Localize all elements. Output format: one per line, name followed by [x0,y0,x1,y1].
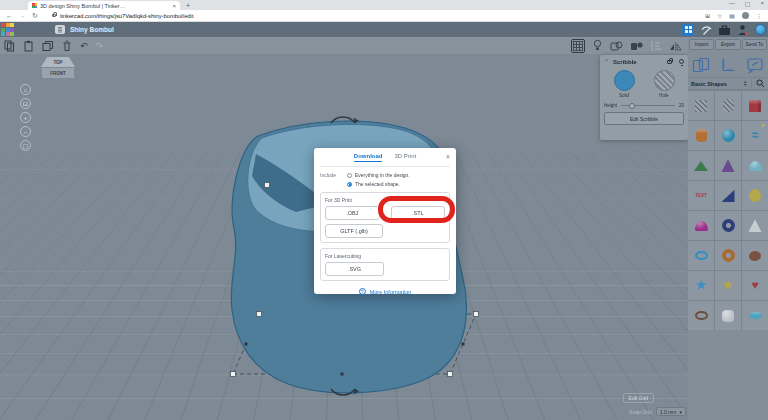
shape-lens[interactable] [742,301,768,330]
radio-icon[interactable] [347,182,352,187]
edit-grid-button[interactable]: Edit Grid [623,393,654,403]
include-option-1[interactable]: The selected shape. [347,181,410,187]
include-option-0[interactable]: Everything in the design. [347,172,410,178]
shape-hole-box[interactable] [688,91,714,120]
shape-box[interactable] [742,91,768,120]
shape-rock[interactable] [742,241,768,270]
shape-half-sphere[interactable] [742,151,768,180]
browser-tab[interactable]: 3D design Shiny Bombul | Tinker… × [28,1,180,10]
shape-roof[interactable] [688,151,714,180]
paste-icon[interactable] [23,40,34,52]
category-updown-icon[interactable]: ▲▼ [744,81,747,87]
align-icon[interactable] [650,40,662,52]
edit-scribble-button[interactable]: Edit Scribble [604,112,684,125]
height-value: 20 [679,103,684,108]
window-close-icon[interactable]: × [760,0,764,7]
dialog-close-icon[interactable]: × [446,153,450,160]
shape-text[interactable]: TEXT [688,181,714,210]
shape-paraboloid[interactable] [688,211,714,240]
group-icon[interactable] [610,40,623,52]
bookmark-icon[interactable]: ☆ [717,12,722,19]
fit-view-button[interactable]: ⊡ [20,98,31,109]
shape-category-dropdown[interactable]: Basic Shapes ▲▼ [688,77,768,90]
shape-cylinder[interactable] [688,121,714,150]
shape-tube[interactable] [715,211,741,240]
home-view-button[interactable]: ⌂ [20,84,31,95]
user-avatar[interactable] [755,24,766,35]
shape-polygon[interactable] [742,181,768,210]
solid-option[interactable]: Solid [614,70,635,98]
minecraft-pickaxe-icon[interactable] [700,24,712,36]
height-slider[interactable] [621,105,675,107]
zoom-in-button[interactable]: + [20,112,31,123]
perspective-toggle-button[interactable]: ▢ [20,140,31,151]
ruler-tool-icon[interactable] [592,39,603,52]
shape-sphere[interactable] [715,121,741,150]
stl-download-button[interactable]: .STL [391,206,446,220]
design-title[interactable]: Shiny Bombul [70,26,114,33]
search-icon[interactable] [756,79,765,88]
import-button[interactable]: Import [689,39,714,50]
side-panel-icon[interactable]: ▤ [729,12,735,19]
collapse-panel-icon[interactable]: ⌃ [604,58,609,65]
address-bar[interactable]: tinkercad.com/things/jsu7VadIqkd-shiny-b… [44,11,699,20]
mirror-icon[interactable] [669,40,682,52]
shape-star-blue[interactable]: ★ [688,271,714,300]
obj-download-button[interactable]: .OBJ [325,206,380,220]
workplanes-category-icon[interactable] [692,56,710,74]
lock-shape-icon[interactable] [667,60,672,64]
send-to-button[interactable]: Send To [742,39,767,50]
zoom-out-button[interactable]: − [20,126,31,137]
hole-option[interactable]: Hole [654,70,675,98]
blocks-editor-icon[interactable] [682,24,694,36]
reload-icon[interactable]: ↻ [32,11,38,21]
svg-download-button[interactable]: .SVG [325,262,384,276]
browser-profile-avatar[interactable] [742,12,749,19]
shape-donut[interactable] [715,241,741,270]
hide-shape-icon[interactable] [679,59,684,64]
view-cube[interactable]: TOP FRONT [38,57,78,81]
shape-cone[interactable] [715,151,741,180]
account-icon[interactable] [737,24,749,36]
gltf-download-button[interactable]: GLTF (.glb) [325,224,383,238]
browser-menu-icon[interactable]: ⋮ [756,12,762,19]
snap-grid-select[interactable]: 1.0 mm ▾ [656,407,686,416]
duplicate-icon[interactable] [42,40,54,52]
tinkercad-logo[interactable] [1,23,14,36]
forward-icon[interactable]: → [19,11,26,21]
export-button[interactable]: Export [715,39,740,50]
workplane-tool-icon[interactable] [571,39,585,53]
shape-scribble[interactable]: ≈★ [742,121,768,150]
shape-torus[interactable] [688,241,714,270]
ungroup-icon[interactable] [630,40,643,52]
shape-ring[interactable] [688,301,714,330]
shape-heart[interactable]: ♥ [742,271,768,300]
copy-icon[interactable] [4,40,15,52]
undo-icon[interactable]: ↶ [80,40,88,52]
extensions-icon[interactable]: ⊞ [705,12,710,19]
shape-hole-cylinder[interactable] [715,91,741,120]
radio-icon[interactable] [347,173,352,178]
shape-star[interactable]: ★ [715,271,741,300]
back-icon[interactable]: ← [6,11,13,21]
tab-3d-print[interactable]: 3D Print [394,153,416,162]
briefcase-icon[interactable] [718,24,731,36]
window-maximize-icon[interactable]: ▢ [745,0,751,7]
more-information-link[interactable]: More Information [370,289,412,295]
tab-close-icon[interactable]: × [172,3,176,9]
solid-swatch[interactable] [614,70,635,91]
shape-cone-gray[interactable] [742,211,768,240]
window-minimize-icon[interactable]: — [729,0,735,7]
tab-download[interactable]: Download [354,153,383,162]
hole-swatch[interactable] [654,70,675,91]
redo-icon[interactable]: ↷ [96,40,104,52]
delete-icon[interactable] [62,40,72,52]
ruler-category-icon[interactable] [719,56,737,74]
shape-wedge[interactable] [715,181,741,210]
view-cube-top-face[interactable]: TOP [41,57,75,67]
shape-soft-box[interactable] [715,301,741,330]
view-cube-front-face[interactable]: FRONT [41,67,75,79]
height-slider-handle[interactable] [629,103,635,109]
notes-category-icon[interactable] [746,56,764,74]
new-tab-button[interactable]: + [186,2,190,9]
